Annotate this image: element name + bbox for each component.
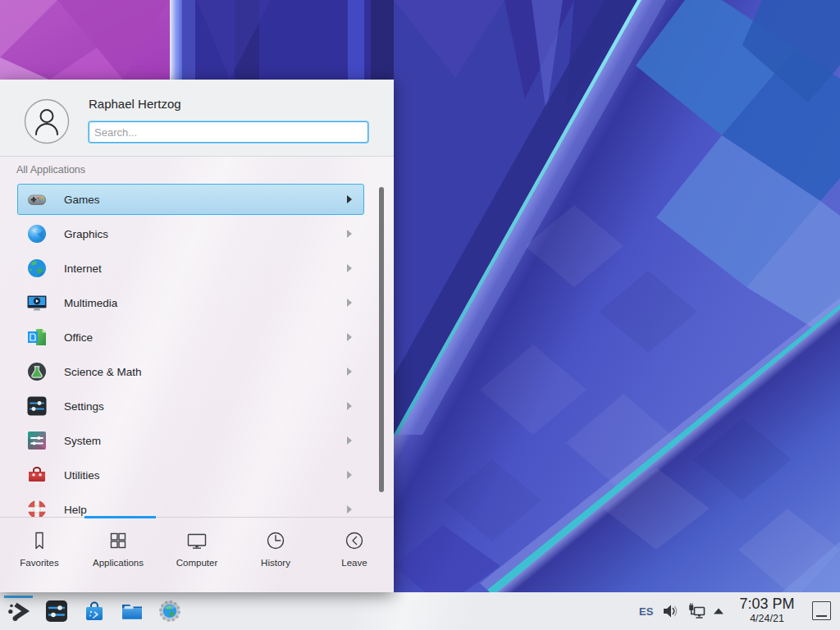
category-label: Games — [64, 194, 347, 206]
launcher-active-indicator — [4, 596, 33, 598]
category-list: Games Graphics Internet — [0, 157, 394, 517]
discover-task-button[interactable] — [82, 599, 107, 623]
history-clock-icon — [264, 529, 287, 552]
list-scrollbar-thumb[interactable] — [379, 187, 384, 492]
peek-icon — [816, 615, 827, 617]
category-row-multimedia[interactable]: Multimedia — [17, 287, 364, 318]
tab-label: Favorites — [20, 558, 58, 568]
digital-clock[interactable]: 7:03 PM 4/24/21 — [729, 596, 805, 624]
tab-applications[interactable]: Applications — [80, 518, 157, 592]
system-settings-icon — [44, 599, 69, 623]
category-row-system[interactable]: System — [17, 425, 364, 456]
tab-label: Computer — [176, 558, 218, 568]
utilities-icon — [26, 464, 48, 486]
category-row-help[interactable]: Help — [17, 494, 364, 517]
clock-date: 4/24/21 — [729, 614, 805, 624]
submenu-arrow-icon — [347, 230, 352, 238]
internet-icon — [26, 258, 48, 279]
graphics-icon — [26, 223, 48, 244]
dolphin-task-button[interactable] — [120, 599, 144, 623]
system-settings-task-button[interactable] — [44, 599, 69, 623]
launcher-header: Raphael Hertzog — [0, 80, 394, 157]
active-tab-indicator — [84, 516, 156, 518]
konqueror-icon — [158, 599, 182, 623]
tab-label: Leave — [341, 558, 367, 568]
keyboard-layout-label: ES — [639, 605, 653, 618]
application-launcher-panel: Raphael Hertzog All Applications Games — [0, 80, 394, 592]
tab-leave[interactable]: Leave — [317, 518, 393, 592]
submenu-arrow-icon — [347, 402, 352, 410]
user-avatar[interactable] — [24, 98, 70, 144]
dolphin-icon — [120, 599, 144, 623]
submenu-arrow-icon — [347, 471, 352, 479]
submenu-arrow-icon — [347, 368, 352, 376]
user-icon — [24, 98, 70, 144]
show-desktop-button[interactable] — [812, 601, 831, 620]
network-icon — [687, 602, 705, 620]
clock-time: 7:03 PM — [729, 596, 805, 611]
tab-computer[interactable]: Computer — [159, 518, 235, 592]
category-label: System — [64, 435, 347, 447]
volume-tray-button[interactable] — [661, 602, 679, 620]
office-icon — [26, 326, 48, 348]
category-row-science-math[interactable]: Science & Math — [17, 356, 364, 387]
apps-grid-icon — [107, 529, 130, 552]
keyboard-layout-indicator[interactable]: ES — [639, 592, 653, 630]
category-row-internet[interactable]: Internet — [17, 253, 364, 284]
network-tray-button[interactable] — [687, 602, 705, 620]
submenu-arrow-icon — [347, 505, 352, 514]
submenu-arrow-icon — [347, 195, 352, 203]
tab-label: History — [261, 558, 290, 568]
category-label: Science & Math — [64, 366, 347, 378]
tab-label: Applications — [93, 558, 144, 568]
category-label: Multimedia — [64, 297, 347, 309]
category-row-office[interactable]: Office — [17, 322, 364, 353]
system-icon — [26, 430, 48, 451]
category-row-settings[interactable]: Settings — [17, 390, 364, 422]
konqueror-task-button[interactable] — [158, 599, 182, 623]
multimedia-icon — [26, 292, 48, 313]
category-label: Help — [64, 504, 347, 516]
category-row-utilities[interactable]: Utilities — [17, 459, 364, 491]
category-row-games[interactable]: Games — [17, 184, 364, 215]
category-row-graphics[interactable]: Graphics — [17, 218, 364, 249]
category-label: Internet — [64, 262, 347, 275]
submenu-arrow-icon — [347, 299, 352, 307]
volume-icon — [661, 602, 679, 620]
discover-icon — [82, 599, 107, 623]
tab-favorites[interactable]: Favorites — [2, 518, 78, 592]
search-input[interactable] — [89, 121, 368, 143]
submenu-arrow-icon — [347, 333, 352, 341]
kde-launcher-icon — [7, 599, 31, 623]
application-launcher-button[interactable] — [7, 599, 31, 623]
computer-icon — [185, 529, 208, 552]
category-label: Utilities — [64, 469, 347, 482]
submenu-arrow-icon — [347, 264, 352, 272]
category-label: Settings — [64, 400, 347, 413]
category-label: Graphics — [64, 228, 347, 240]
taskbar: ES 7:03 PM 4/24/21 — [0, 592, 840, 630]
user-name: Raphael Hertzog — [89, 97, 181, 111]
tab-history[interactable]: History — [238, 518, 314, 592]
leave-icon — [343, 529, 366, 552]
help-icon — [26, 499, 48, 517]
bookmark-icon — [28, 529, 51, 552]
games-icon — [26, 189, 48, 210]
settings-icon — [26, 395, 48, 417]
category-label: Office — [64, 331, 347, 344]
tray-expander-button[interactable] — [712, 606, 725, 616]
submenu-arrow-icon — [347, 436, 352, 445]
launcher-tab-bar: Favorites Applications Computer — [0, 517, 394, 592]
science-icon — [26, 361, 48, 382]
chevron-up-icon — [712, 606, 725, 616]
